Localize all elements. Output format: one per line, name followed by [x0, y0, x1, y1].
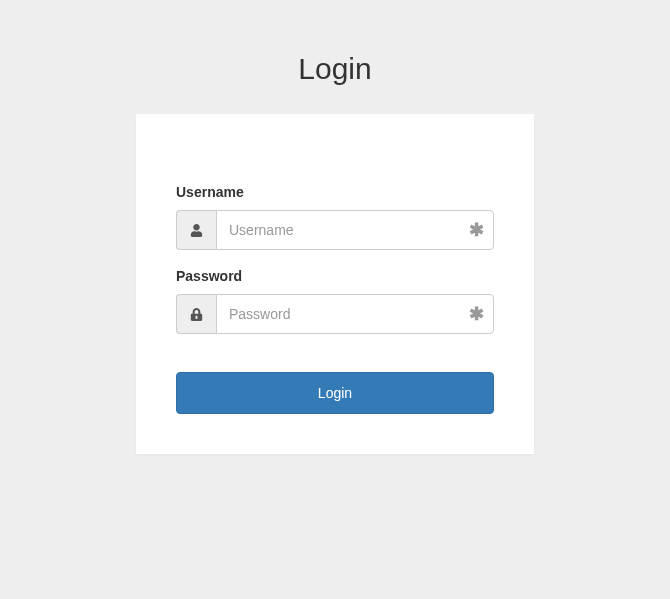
lock-icon: [176, 294, 216, 334]
password-input-group: ✱: [176, 294, 494, 334]
username-input-group: ✱: [176, 210, 494, 250]
login-card: Username ✱ Password ✱ Login: [136, 114, 534, 454]
username-group: Username ✱: [176, 184, 494, 250]
username-input[interactable]: [216, 210, 494, 250]
page-title: Login: [0, 0, 670, 114]
password-group: Password ✱: [176, 268, 494, 334]
password-label: Password: [176, 268, 494, 284]
login-button[interactable]: Login: [176, 372, 494, 414]
password-input[interactable]: [216, 294, 494, 334]
username-label: Username: [176, 184, 494, 200]
user-icon: [176, 210, 216, 250]
